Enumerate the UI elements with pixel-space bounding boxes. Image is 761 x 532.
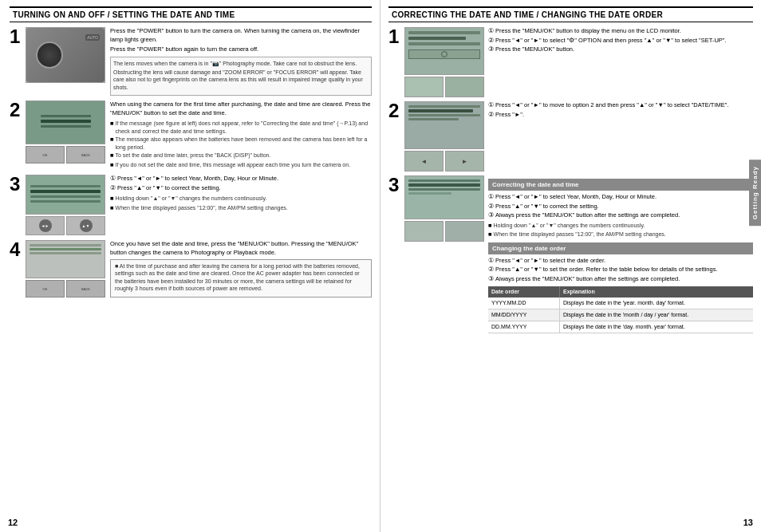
- right-header: CORRECTING THE DATE AND TIME / CHANGING …: [388, 6, 753, 22]
- step-4-main-image: [26, 240, 105, 278]
- table-row-3: DD.MM.YYYY Displays the date in the 'day…: [488, 321, 753, 333]
- step-3-sm-1: ◄►: [26, 216, 65, 235]
- step-2: 2 OK BACK When using the camera for the …: [10, 100, 372, 170]
- step-1-number: 1: [10, 27, 24, 46]
- page-number-right: 13: [743, 518, 753, 527]
- right-step-3-bottom: [404, 221, 484, 242]
- step-2-images: OK BACK: [26, 100, 105, 164]
- step-2-number: 2: [10, 100, 24, 120]
- subsection1-notes: ■ Holding down "▲" or "▼" changes the nu…: [488, 222, 753, 239]
- right-step-2-number: 2: [388, 101, 403, 120]
- step-1-note-box: The lens moves when the camera is in "📷"…: [110, 57, 372, 97]
- right-step-3-sm1: [404, 221, 444, 242]
- right-step-1-number: 1: [388, 27, 403, 46]
- lcd-menu-image: [26, 101, 104, 144]
- step-3-images: ◄► ▲▼: [26, 175, 105, 235]
- right-step-2-images: ◄ ►: [404, 101, 484, 171]
- step-3-bottom: ◄► ▲▼: [26, 216, 105, 235]
- right-step-3-main: [404, 175, 484, 219]
- table-header: Date order Explanation: [488, 286, 753, 298]
- date-order-table: Date order Explanation YYYY.MM.DD Displa…: [488, 286, 753, 333]
- right-step-1-sm2: [445, 77, 484, 97]
- left-header-text: TURNING ON AND OFF / SETTING THE DATE AN…: [13, 10, 235, 19]
- step-1-images: [26, 27, 105, 83]
- step-4-warning: ■ At the time of purchase and after leav…: [110, 259, 372, 298]
- left-header: TURNING ON AND OFF / SETTING THE DATE AN…: [10, 6, 372, 22]
- step-3: 3 ◄► ▲▼: [10, 175, 372, 235]
- step-4-number: 4: [10, 240, 24, 259]
- right-step-1-sm1: [404, 77, 444, 97]
- step-3-main-img: [26, 175, 105, 215]
- step-1: 1 Press the "POWER" button to turn the c…: [10, 27, 372, 96]
- step-2-main-image: [26, 100, 105, 144]
- right-step-2-text: ① Press "◄" or "►" to move to option 2 a…: [488, 101, 753, 120]
- right-step-1-bottom: [404, 77, 484, 97]
- right-step-2-sm1: ◄: [404, 151, 444, 171]
- table-col1-header: Date order: [488, 286, 560, 298]
- step-2-controls: OK BACK: [26, 146, 105, 164]
- step-4-text: Once you have set the date and time, pre…: [110, 240, 372, 298]
- step-3-notes: ■ Holding down "▲" or "▼" changes the nu…: [110, 195, 372, 212]
- right-step-3: 3 Correcting the date and time ①: [388, 175, 753, 333]
- step-1-text: Press the "POWER" button to turn the cam…: [110, 27, 372, 96]
- right-step-3-images: [404, 175, 484, 242]
- step-4-images: OK BACK: [26, 240, 105, 298]
- table-row-2: MM/DD/YYYY Displays the date in the 'mon…: [488, 309, 753, 321]
- step-3-number: 3: [10, 175, 24, 194]
- table-row-1: YYYY.MM.DD Displays the date in the 'yea…: [488, 298, 753, 309]
- right-step-1: 1 ① Press the "MENU/OK" button: [388, 27, 753, 97]
- right-step-2-bottom: ◄ ►: [404, 151, 484, 171]
- page-number-left: 12: [8, 518, 18, 527]
- step-3-text: ① Press "◄" or "►" to select Year, Month…: [110, 175, 372, 213]
- right-step-2-sm2: ►: [445, 151, 484, 171]
- right-step-2-main: [404, 101, 484, 149]
- camera-front-image: [26, 28, 104, 82]
- right-step-3-number: 3: [388, 175, 403, 195]
- right-page: CORRECTING THE DATE AND TIME / CHANGING …: [380, 0, 761, 532]
- step-2-text: When using the camera for the first time…: [110, 100, 372, 170]
- step-4: 4 OK BACK Once you have set the date and…: [10, 240, 372, 298]
- right-step-1-images: [404, 27, 484, 97]
- step-1-main-image: [26, 27, 105, 83]
- right-step-2: 2 ◄ ► ① Press "◄: [388, 101, 753, 171]
- right-step-1-main: [404, 27, 484, 75]
- sidebar-tab: Getting Ready: [749, 160, 761, 226]
- right-step-3-text: Correcting the date and time ① Press "◄"…: [488, 175, 753, 333]
- right-header-text: CORRECTING THE DATE AND TIME / CHANGING …: [392, 10, 663, 19]
- right-step-1-text: ① Press the "MENU/OK" button to display …: [488, 27, 753, 55]
- step-4-controls: OK BACK: [26, 280, 105, 298]
- right-step-3-sm2: [445, 221, 484, 242]
- step-3-sm-2: ▲▼: [66, 216, 105, 235]
- table-col2-header: Explanation: [560, 286, 753, 298]
- left-page: TURNING ON AND OFF / SETTING THE DATE AN…: [0, 0, 380, 532]
- date-screen-img: [26, 175, 104, 214]
- step-2-notes: ■ If the message (see figure at left) do…: [110, 120, 372, 169]
- subsection-order-header: Changing the date order: [488, 242, 753, 254]
- subsection-correct-header: Correcting the date and time: [488, 179, 753, 191]
